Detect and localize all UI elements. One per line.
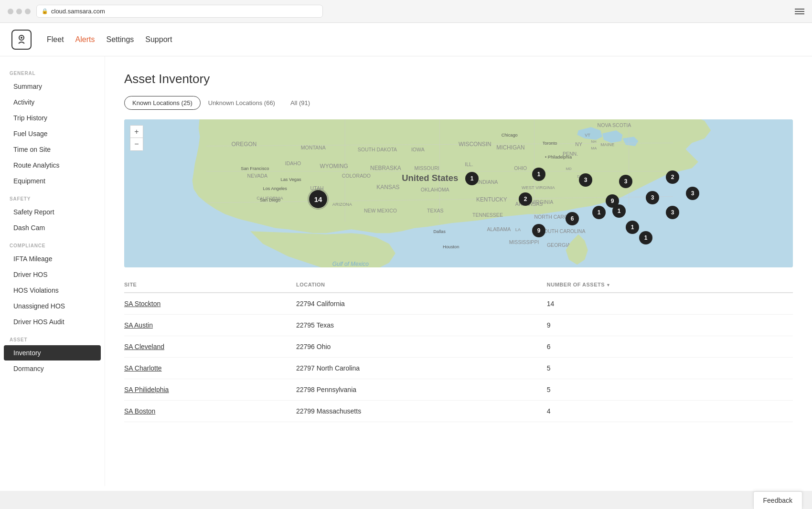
svg-text:MICHIGAN: MICHIGAN (496, 144, 524, 151)
map-pin-3a[interactable]: 3 (579, 173, 592, 187)
map-pin-1b[interactable]: 1 (592, 206, 606, 219)
cell-site[interactable]: SA Cleveland (124, 336, 296, 358)
svg-text:San Diego: San Diego (260, 198, 280, 202)
map-pin-6[interactable]: 6 (566, 212, 579, 225)
sidebar-item-route-analytics[interactable]: Route Analytics (4, 158, 101, 173)
sidebar-item-summary[interactable]: Summary (4, 79, 101, 94)
svg-text:WISCONSIN: WISCONSIN (459, 141, 491, 148)
cell-assets: 5 (547, 379, 793, 401)
cell-site[interactable]: SA Philidelphia (124, 379, 296, 401)
sidebar-item-driver-hos-audit[interactable]: Driver HOS Audit (4, 314, 101, 329)
map-pin-9b[interactable]: 9 (532, 224, 545, 237)
col-site: SITE (124, 277, 296, 293)
compliance-section-label: COMPLIANCE (0, 243, 105, 248)
svg-text:INDIANA: INDIANA (478, 179, 499, 185)
col-location: LOCATION (296, 277, 547, 293)
svg-text:NEW MEXICO: NEW MEXICO (364, 208, 397, 213)
nav-fleet[interactable]: Fleet (47, 33, 64, 46)
col-assets[interactable]: NUMBER OF ASSETS (547, 277, 793, 293)
sidebar-section-general: GENERAL Summary Activity Trip History Fu… (0, 71, 105, 189)
sidebar-item-trip-history[interactable]: Trip History (4, 110, 101, 126)
svg-text:GEORGIA: GEORGIA (547, 242, 571, 248)
nav-support[interactable]: Support (145, 33, 172, 46)
sidebar-item-driver-hos[interactable]: Driver HOS (4, 267, 101, 282)
filter-unknown-locations[interactable]: Unknown Locations (66) (201, 96, 283, 109)
cell-assets: 6 (547, 336, 793, 358)
svg-text:SOUTH DAKOTA: SOUTH DAKOTA (358, 147, 397, 152)
cell-location: 22795 Texas (296, 315, 547, 336)
svg-text:OKLAHOMA: OKLAHOMA (421, 187, 450, 192)
cell-location: 22798 Pennsylvania (296, 379, 547, 401)
cell-site[interactable]: SA Austin (124, 315, 296, 336)
map-pin-1f[interactable]: 1 (532, 168, 545, 181)
nav-alerts[interactable]: Alerts (75, 33, 95, 46)
sidebar-item-ifta-mileage[interactable]: IFTA Mileage (4, 251, 101, 266)
cell-site[interactable]: SA Stockton (124, 293, 296, 315)
cell-site[interactable]: SA Boston (124, 401, 296, 422)
app-container: Fleet Alerts Settings Support GENERAL Su… (0, 23, 812, 491)
zoom-out-button[interactable]: − (130, 138, 143, 150)
map-pin-3c[interactable]: 3 (646, 191, 659, 204)
cell-assets: 5 (547, 358, 793, 379)
map-pin-3b[interactable]: 3 (619, 175, 632, 188)
main-content: Asset Inventory Known Locations (25) Unk… (105, 56, 812, 486)
address-bar[interactable]: 🔒 cloud.samsara.com (36, 5, 323, 18)
general-section-label: GENERAL (0, 71, 105, 76)
sidebar-item-fuel-usage[interactable]: Fuel Usage (4, 126, 101, 141)
sidebar-item-hos-violations[interactable]: HOS Violations (4, 283, 101, 298)
filter-known-locations[interactable]: Known Locations (25) (124, 96, 201, 110)
svg-text:NEVADA: NEVADA (247, 173, 268, 179)
svg-text:VIRGINIA: VIRGINIA (531, 199, 554, 205)
nav-settings[interactable]: Settings (106, 33, 134, 46)
svg-text:KENTUCKY: KENTUCKY (476, 196, 507, 203)
svg-text:Houston: Houston (443, 244, 459, 249)
logo[interactable] (11, 30, 32, 50)
svg-text:MA: MA (591, 146, 597, 150)
sidebar-item-activity[interactable]: Activity (4, 95, 101, 110)
table-row: SA Charlotte 22797 North Carolina 5 (124, 358, 793, 379)
map-pin-3d[interactable]: 3 (686, 187, 699, 200)
map-pin-3e[interactable]: 3 (666, 206, 679, 219)
map-pin-2a[interactable]: 2 (666, 170, 679, 184)
browser-chrome: 🔒 cloud.samsara.com (0, 0, 812, 23)
dot-red (8, 9, 13, 14)
sidebar-item-inventory[interactable]: Inventory (4, 345, 101, 361)
svg-text:ALABAMA: ALABAMA (487, 226, 511, 232)
map-pin-1d[interactable]: 1 (626, 221, 639, 234)
sidebar-item-unassigned-hos[interactable]: Unassigned HOS (4, 298, 101, 314)
table-header-row: SITE LOCATION NUMBER OF ASSETS (124, 277, 793, 293)
table-row: SA Boston 22799 Massachusetts 4 (124, 401, 793, 422)
zoom-in-button[interactable]: + (130, 126, 143, 138)
cell-location: 22794 California (296, 293, 547, 315)
dot-yellow (16, 9, 22, 14)
map-pin-1[interactable]: 1 (465, 172, 479, 185)
sidebar-item-dormancy[interactable]: Dormancy (4, 361, 101, 376)
svg-text:VT: VT (585, 133, 590, 138)
map-pin-1c[interactable]: 1 (612, 204, 626, 218)
map-zoom-controls[interactable]: + − (130, 125, 143, 151)
table-row: SA Austin 22795 Texas 9 (124, 315, 793, 336)
sidebar-item-time-on-site[interactable]: Time on Site (4, 142, 101, 157)
svg-text:KANSAS: KANSAS (376, 184, 399, 191)
cell-site[interactable]: SA Charlotte (124, 358, 296, 379)
svg-text:WYOMING: WYOMING (320, 163, 348, 170)
cell-assets: 14 (547, 293, 793, 315)
hamburger-menu[interactable] (795, 9, 804, 14)
svg-text:San Francisco: San Francisco (241, 166, 269, 171)
filter-all[interactable]: All (91) (283, 96, 318, 109)
map-pin-2b[interactable]: 2 (519, 192, 532, 206)
svg-text:WEST VIRGINIA: WEST VIRGINIA (522, 185, 555, 190)
page-title: Asset Inventory (124, 72, 793, 86)
asset-section-label: ASSET (0, 337, 105, 342)
sidebar-item-equipment[interactable]: Equipment (4, 173, 101, 189)
sidebar-item-safety-report[interactable]: Safety Report (4, 204, 101, 220)
svg-text:TENNESSEE: TENNESSEE (472, 212, 503, 218)
map-pin-1e[interactable]: 1 (639, 231, 652, 244)
map-container[interactable]: Gulf of Mexico OREGON NEVADA CALIFORNIA … (124, 119, 793, 267)
assets-table: SITE LOCATION NUMBER OF ASSETS SA Stockt… (124, 277, 793, 422)
sidebar-item-dash-cam[interactable]: Dash Cam (4, 220, 101, 235)
svg-text:NH: NH (591, 139, 597, 144)
svg-text:OREGON: OREGON (232, 141, 257, 148)
table-row: SA Philidelphia 22798 Pennsylvania 5 (124, 379, 793, 401)
map-pin-14[interactable]: 14 (309, 190, 327, 208)
